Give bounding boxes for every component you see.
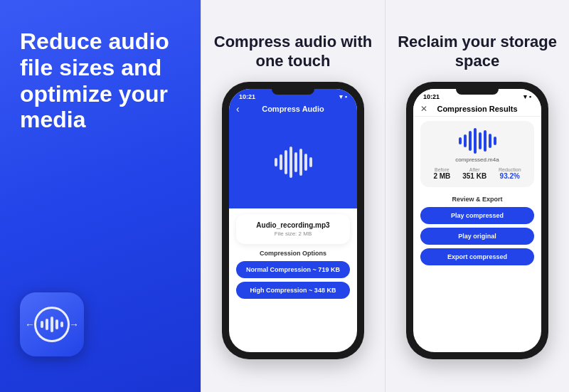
- wave-bar: [459, 137, 462, 144]
- wave-bar: [494, 137, 496, 145]
- phone-mockup-middle: 10:21 ▾ ▪ ‹ Compress Audio: [222, 82, 364, 359]
- wave-bar: [284, 150, 287, 174]
- status-time: 10:21: [239, 93, 255, 100]
- close-icon[interactable]: ✕: [420, 104, 427, 114]
- wave-bar: [304, 154, 307, 171]
- middle-heading: Compress audio with one touch: [213, 33, 373, 70]
- export-title: Review & Export: [420, 196, 534, 203]
- wave-bar: [50, 317, 53, 332]
- wave-bar: [469, 131, 472, 151]
- phone-notch-right: [456, 89, 499, 95]
- before-value: 2 MB: [433, 172, 450, 180]
- wave-bar: [309, 157, 312, 167]
- battery-icon-right: ▪: [529, 93, 531, 100]
- wifi-icon-right: ▾: [523, 93, 527, 100]
- wave-bar: [55, 319, 58, 329]
- right-panel: Reclaim your storage space 10:21 ▾ ▪ ✕ C…: [385, 0, 569, 392]
- results-section: compressed.m4a Before 2 MB After 351 KB …: [413, 117, 541, 352]
- compress-section-title: Compression Options: [236, 250, 350, 257]
- nav-bar-right: ✕ Compression Results: [413, 102, 541, 117]
- right-heading: Reclaim your storage space: [397, 33, 558, 70]
- wave-bar: [280, 154, 282, 170]
- play-original-button[interactable]: Play original: [420, 228, 534, 245]
- file-name: Audio_recording.mp3: [245, 221, 341, 229]
- wave-bar: [60, 322, 63, 327]
- phone-screen-middle: 10:21 ▾ ▪ ‹ Compress Audio: [229, 89, 357, 352]
- status-icons: ▾ ▪: [339, 93, 347, 100]
- high-compression-option[interactable]: High Compression ~ 348 KB: [236, 282, 350, 299]
- waveform-right: [427, 128, 527, 154]
- after-value: 351 KB: [462, 172, 486, 180]
- arrow-right-icon: →: [69, 319, 79, 330]
- left-headline: Reduce audio file sizes and optimize you…: [20, 28, 181, 133]
- left-panel: Reduce audio file sizes and optimize you…: [0, 0, 201, 392]
- wave-bar: [41, 321, 43, 328]
- wifi-icon: ▾: [339, 93, 343, 100]
- middle-panel: Compress audio with one touch 10:21 ▾ ▪ …: [201, 0, 385, 392]
- result-filename: compressed.m4a: [427, 157, 527, 163]
- status-icons-right: ▾ ▪: [523, 93, 531, 100]
- app-icon: ← →: [20, 292, 84, 356]
- phone-screen-right: 10:21 ▾ ▪ ✕ Compression Results: [413, 89, 541, 352]
- arrow-left-icon: ←: [25, 319, 35, 330]
- wave-bar: [46, 319, 48, 330]
- before-label: Before: [433, 167, 450, 172]
- wave-bar: [275, 158, 277, 166]
- wave-bar: [479, 132, 482, 149]
- stat-after: After 351 KB: [462, 167, 486, 180]
- reduction-label: Reduction: [499, 167, 521, 172]
- wave-bar: [294, 152, 297, 172]
- nav-title-middle: Compress Audio: [262, 105, 324, 113]
- after-label: After: [462, 167, 486, 172]
- wave-bar: [289, 147, 292, 178]
- result-card: compressed.m4a Before 2 MB After 351 KB …: [420, 121, 534, 187]
- stat-reduction: Reduction 93.2%: [499, 167, 521, 180]
- compress-section: Compression Options Normal Compression ~…: [229, 250, 357, 352]
- app-icon-waveform: [41, 317, 63, 332]
- status-time-right: 10:21: [423, 93, 440, 100]
- waveform-middle: [275, 147, 312, 178]
- phone-mockup-right: 10:21 ▾ ▪ ✕ Compression Results: [406, 82, 548, 359]
- back-icon[interactable]: ‹: [236, 103, 240, 115]
- wave-bar: [464, 134, 467, 147]
- nav-title-right: Compression Results: [437, 105, 517, 113]
- file-size: File size: 2 MB: [245, 231, 341, 237]
- normal-compression-option[interactable]: Normal Compression ~ 719 KB: [236, 261, 350, 278]
- audio-area: [229, 116, 357, 208]
- export-compressed-button[interactable]: Export compressed: [420, 248, 534, 265]
- app-icon-circle: ← →: [34, 307, 70, 342]
- play-compressed-button[interactable]: Play compressed: [420, 207, 534, 224]
- phone-notch: [272, 89, 314, 95]
- export-section: Review & Export Play compressed Play ori…: [420, 196, 534, 269]
- wave-bar: [474, 128, 477, 154]
- reduction-value: 93.2%: [499, 172, 521, 180]
- wave-bar: [489, 134, 491, 148]
- wave-bar: [299, 149, 302, 176]
- result-stats: Before 2 MB After 351 KB Reduction 93.2%: [427, 167, 527, 180]
- stat-before: Before 2 MB: [433, 167, 450, 180]
- wave-bar: [484, 130, 486, 152]
- file-card: Audio_recording.mp3 File size: 2 MB: [236, 214, 350, 244]
- battery-icon: ▪: [345, 93, 347, 100]
- nav-bar-middle: ‹ Compress Audio: [229, 102, 357, 116]
